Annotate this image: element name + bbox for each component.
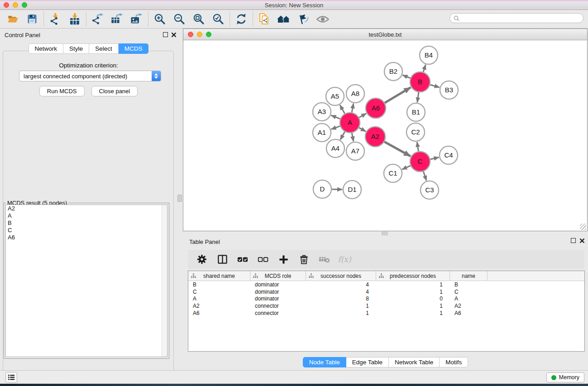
graph-node-B3[interactable]: B3 bbox=[440, 81, 458, 99]
table-cell[interactable]: dominator bbox=[250, 289, 306, 295]
graph-edge-A-A3[interactable] bbox=[331, 115, 340, 119]
graph-edge-A-A6[interactable] bbox=[359, 114, 366, 118]
delete-table-button[interactable] bbox=[318, 253, 330, 266]
eye-button[interactable] bbox=[316, 12, 330, 26]
criterion-dropdown[interactable]: largest connected component (directed) bbox=[19, 71, 161, 81]
table-row[interactable]: Adominator80A bbox=[188, 295, 584, 303]
column-header-name[interactable]: name bbox=[450, 271, 488, 281]
column-header-successor-nodes[interactable]: successor nodes bbox=[306, 271, 376, 281]
graph-node-A6[interactable]: A6 bbox=[366, 98, 386, 118]
graph-edge-A-A1[interactable] bbox=[331, 126, 340, 129]
table-cell[interactable]: A2 bbox=[450, 303, 488, 309]
memory-button[interactable]: Memory bbox=[546, 372, 584, 382]
graph-edge-A2-C[interactable] bbox=[384, 142, 411, 156]
graph-node-A[interactable]: A bbox=[340, 113, 360, 133]
gear-button[interactable] bbox=[196, 253, 208, 266]
graph-edge-C-C4[interactable] bbox=[430, 157, 439, 159]
search-input[interactable] bbox=[462, 15, 579, 21]
tab-motifs[interactable]: Motifs bbox=[440, 357, 468, 367]
mcds-result-item[interactable]: A bbox=[6, 212, 167, 219]
export-network-button[interactable] bbox=[91, 12, 105, 26]
mcds-result-item[interactable]: C bbox=[6, 227, 167, 234]
tab-select[interactable]: Select bbox=[89, 43, 119, 54]
mcds-result-item[interactable]: B bbox=[6, 219, 167, 227]
tab-style[interactable]: Style bbox=[63, 43, 89, 54]
delete-row-button[interactable] bbox=[297, 253, 310, 266]
table-cell[interactable]: 1 bbox=[376, 303, 450, 309]
save-session-button[interactable] bbox=[25, 12, 39, 26]
tab-network[interactable]: Network bbox=[29, 43, 64, 54]
table-close-panel-icon[interactable] bbox=[579, 238, 585, 243]
horizontal-splitter-handle[interactable] bbox=[382, 232, 388, 235]
split-columns-button[interactable] bbox=[216, 253, 229, 266]
clear-selection-button[interactable] bbox=[257, 253, 269, 266]
table-cell[interactable]: B bbox=[188, 281, 250, 288]
table-row[interactable]: A2connector11A2 bbox=[188, 302, 584, 310]
table-cell[interactable]: dominator bbox=[250, 281, 306, 288]
graph-node-A3[interactable]: A3 bbox=[313, 103, 331, 121]
table-row[interactable]: Bdominator41B bbox=[188, 281, 584, 288]
home-neighbors-button[interactable] bbox=[277, 12, 291, 26]
column-header-shared-name[interactable]: shared name bbox=[188, 271, 250, 281]
vertical-splitter-handle[interactable] bbox=[177, 195, 182, 202]
graph-node-C4[interactable]: C4 bbox=[440, 146, 458, 164]
table-cell[interactable]: A6 bbox=[450, 310, 488, 316]
function-button[interactable]: f(x) bbox=[338, 253, 351, 266]
add-row-button[interactable] bbox=[277, 253, 290, 266]
run-mcds-button[interactable]: Run MCDS bbox=[39, 86, 85, 96]
search-field[interactable] bbox=[449, 13, 583, 23]
graph-edge-A-A4[interactable] bbox=[340, 132, 345, 140]
tab-node-table[interactable]: Node Table bbox=[303, 357, 346, 367]
zoom-selected-button[interactable] bbox=[211, 12, 225, 26]
graph-edge-C-C1[interactable] bbox=[402, 166, 411, 169]
graph-edge-A-A8[interactable] bbox=[352, 104, 354, 113]
table-cell[interactable]: 1 bbox=[376, 281, 450, 288]
graph-node-A4[interactable]: A4 bbox=[326, 139, 344, 157]
graph-edge-B-B4[interactable] bbox=[423, 65, 425, 72]
graph-node-D1[interactable]: D1 bbox=[343, 181, 361, 199]
graph-node-A5[interactable]: A5 bbox=[326, 87, 344, 105]
table-row[interactable]: Cdominator41C bbox=[188, 288, 584, 295]
table-cell[interactable]: C bbox=[450, 289, 488, 295]
close-panel-icon[interactable] bbox=[171, 32, 177, 38]
mcds-result-list[interactable]: A2ABCA6 bbox=[5, 205, 167, 357]
tab-network-table[interactable]: Network Table bbox=[389, 357, 440, 367]
tab-mcds[interactable]: MCDS bbox=[119, 43, 149, 54]
tab-edge-table[interactable]: Edge Table bbox=[346, 357, 389, 367]
select-all-button[interactable] bbox=[236, 253, 249, 266]
graph-edge-B-B1[interactable] bbox=[417, 92, 419, 102]
import-network-button[interactable] bbox=[48, 12, 62, 26]
new-network-from-selection-button[interactable] bbox=[257, 12, 272, 26]
table-row[interactable]: A6connector11A6 bbox=[188, 310, 584, 317]
graph-edge-C-C3[interactable] bbox=[423, 172, 426, 181]
graph-node-A1[interactable]: A1 bbox=[313, 124, 331, 142]
zoom-in-button[interactable] bbox=[153, 12, 167, 26]
window-resize-grip[interactable] bbox=[580, 224, 586, 230]
graph-edge-A-A2[interactable] bbox=[359, 128, 366, 131]
close-panel-button[interactable]: Close panel bbox=[91, 86, 138, 96]
table-cell[interactable]: 1 bbox=[306, 303, 376, 309]
task-history-button[interactable] bbox=[5, 372, 17, 383]
float-panel-icon[interactable] bbox=[163, 32, 168, 37]
network-canvas[interactable]: B4 B2 B B3 A5 A8 A6 A3 B1 A A1 C2 A2 bbox=[183, 40, 587, 231]
table-cell[interactable]: A6 bbox=[188, 310, 250, 316]
mcds-result-item[interactable]: A2 bbox=[6, 205, 167, 212]
graph-node-C3[interactable]: C3 bbox=[421, 181, 439, 199]
result-scrollbar[interactable] bbox=[162, 205, 167, 357]
graph-edge-C-C2[interactable] bbox=[417, 142, 418, 152]
graph-node-B4[interactable]: B4 bbox=[420, 46, 438, 64]
graph-node-C1[interactable]: C1 bbox=[384, 164, 402, 182]
graph-node-C2[interactable]: C2 bbox=[406, 123, 425, 141]
table-cell[interactable]: 0 bbox=[376, 295, 450, 302]
table-cell[interactable]: 1 bbox=[376, 310, 450, 316]
table-cell[interactable]: A2 bbox=[188, 303, 250, 309]
column-header-predecessor-nodes[interactable]: predecessor nodes bbox=[376, 271, 450, 281]
graph-edge-A-A7[interactable] bbox=[352, 133, 354, 142]
table-cell[interactable]: A bbox=[450, 295, 488, 302]
graphics-details-button[interactable] bbox=[296, 12, 311, 26]
table-cell[interactable]: C bbox=[188, 289, 250, 295]
table-cell[interactable]: connector bbox=[250, 303, 306, 309]
open-folder-button[interactable] bbox=[5, 12, 20, 26]
graph-node-A2[interactable]: A2 bbox=[365, 127, 385, 147]
column-header-MCDS-role[interactable]: MCDS role bbox=[250, 271, 306, 281]
